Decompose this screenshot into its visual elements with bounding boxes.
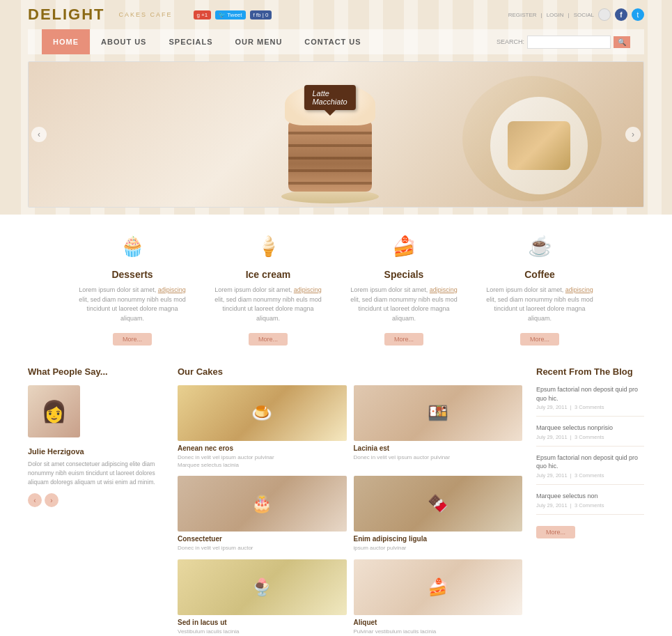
google-icon: g — [197, 12, 200, 18]
blog-section: Recent From The Blog Epsum factorial non… — [536, 366, 644, 538]
search-label: SEARCH: — [497, 38, 524, 45]
cake-card-1: 🍱 Lacinia est Donec in velit vel ipsum a… — [354, 385, 523, 469]
facebook-btn[interactable]: f fb | 0 — [250, 10, 272, 20]
cake-desc-0: Donec in velit vel ipsum auctor pulvinar — [178, 453, 347, 461]
cake-name-2: Consectetuer — [178, 535, 347, 543]
testimonials-section: What People Say... 👩 Julie Herzigova Dol… — [28, 366, 164, 507]
testimonials-title: What People Say... — [28, 366, 164, 377]
blog-item-title-1: Marquee selectus nonprisio — [536, 424, 644, 433]
search-input[interactable] — [527, 36, 611, 49]
cake-name-1: Lacinia est — [354, 444, 523, 452]
cake-card-2: 🎂 Consectetuer Donec in velit vel ipsum … — [178, 476, 347, 552]
feature-desserts: 🧁 Desserts Lorem ipsum dolor sit amet, a… — [72, 228, 194, 346]
cake-desc-3: ipsum auctor pulvinar — [354, 544, 523, 552]
blog-title: Recent From The Blog — [536, 366, 644, 377]
blog-item-meta-2: July 29, 2011 | 3 Comments — [536, 472, 644, 479]
cake-card-0: 🍮 Aenean nec eros Donec in velit vel ips… — [178, 385, 347, 469]
twitter-social-icon[interactable]: t — [632, 8, 644, 21]
blog-item-meta-1: July 29, 2011 | 3 Comments — [536, 434, 644, 440]
logo[interactable]: DELIGHT — [28, 6, 105, 24]
tagline: CAKES CAFE — [119, 11, 173, 18]
blog-item-meta-0: July 29, 2011 | 3 Comments — [536, 404, 644, 410]
nav-item-specials[interactable]: SPECIALS — [157, 29, 224, 54]
cake-thumb-4: 🍨 — [178, 559, 347, 615]
nav-item-contact[interactable]: CONTACT US — [293, 29, 372, 54]
separator-1: | — [541, 12, 542, 18]
desserts-icon: 🧁 — [115, 228, 150, 263]
specials-more-btn[interactable]: More... — [384, 333, 423, 346]
feature-icecream: 🍦 Ice cream Lorem ipsum dolor sit amet, … — [208, 228, 329, 346]
icecream-more-btn[interactable]: More... — [249, 333, 288, 346]
nav-item-home[interactable]: HOME — [42, 29, 90, 54]
cake-desc-5: Pulvinar vestibulum iaculis lacinia — [354, 628, 523, 635]
specials-title: Specials — [350, 269, 458, 280]
person-photo: 👩 — [28, 385, 80, 437]
tweet-btn[interactable]: 🐦 Tweet — [215, 10, 245, 20]
cake-thumb-1: 🍱 — [354, 385, 523, 441]
cake-desc-2: Donec in velit vel ipsum auctor — [178, 544, 347, 552]
cake-thumb-3: 🍫 — [354, 476, 523, 532]
coffee-text: Lorem ipsum dolor sit amet, adipiscing e… — [486, 286, 594, 323]
icecream-title: Ice cream — [214, 269, 322, 280]
cake-name-0: Aenean nec eros — [178, 444, 347, 452]
icecream-text: Lorem ipsum dolor sit amet, adipiscing e… — [214, 286, 322, 323]
cake-desc-1: Donec in velit vel ipsum auctor pulvinar — [354, 453, 523, 461]
cake-thumb-2: 🎂 — [178, 476, 347, 532]
nav-item-about[interactable]: ABOUT US — [90, 29, 157, 54]
cake-name-3: Enim adipiscing ligula — [354, 535, 523, 543]
icecream-icon: 🍦 — [251, 228, 286, 263]
blog-item-title-3: Marquee selectus non — [536, 492, 644, 501]
cake-name-5: Aliquet — [354, 619, 523, 626]
coffee-title: Coffee — [486, 269, 594, 280]
testimonial-text: Dolor sit amet consectetuer adipiscing e… — [28, 460, 164, 486]
cake-thumb-5: 🍰 — [354, 559, 523, 615]
facebook-social-icon[interactable]: f — [615, 8, 627, 21]
cake-label: LatteMacchiato — [304, 85, 355, 110]
cake-card-4: 🍨 Sed in lacus ut Vestibulum iaculis lac… — [178, 559, 347, 635]
cake-card-5: 🍰 Aliquet Pulvinar vestibulum iaculis la… — [354, 559, 523, 635]
specials-icon: 🍰 — [386, 228, 421, 263]
blog-item-1: Marquee selectus nonprisio July 29, 2011… — [536, 424, 644, 447]
feature-coffee: ☕ Coffee Lorem ipsum dolor sit amet, adi… — [479, 228, 601, 346]
slider-prev-button[interactable]: ‹ — [31, 127, 47, 142]
testimonial-prev-btn[interactable]: ‹ — [28, 493, 42, 507]
cake-name-4: Sed in lacus ut — [178, 619, 347, 626]
testimonial-next-btn[interactable]: › — [45, 493, 58, 507]
cakes-title: Our Cakes — [178, 366, 522, 377]
register-link[interactable]: REGISTER — [508, 12, 537, 18]
blog-item-meta-3: July 29, 2011 | 3 Comments — [536, 502, 644, 509]
hero-slider: LatteMacchiato ‹ › — [28, 61, 644, 208]
blog-more-btn[interactable]: More... — [536, 526, 575, 538]
social-link[interactable]: SOCIAL — [574, 12, 594, 18]
nav-item-menu[interactable]: OUR MENU — [224, 29, 293, 54]
globe-icon — [598, 8, 611, 21]
coffee-more-btn[interactable]: More... — [520, 333, 559, 346]
google-plus-btn[interactable]: g +1 — [194, 10, 212, 20]
cake-card-3: 🍫 Enim adipiscing ligula ipsum auctor pu… — [354, 476, 523, 552]
cake-thumb-0: 🍮 — [178, 385, 347, 441]
desserts-text: Lorem ipsum dolor sit amet, adipiscing e… — [79, 286, 187, 323]
login-link[interactable]: LOGIN — [547, 12, 564, 18]
blog-item-3: Marquee selectus non July 29, 2011 | 3 C… — [536, 492, 644, 515]
blog-item-title-0: Epsum factorial non deposit quid pro quo… — [536, 385, 644, 403]
desserts-title: Desserts — [79, 269, 187, 280]
coffee-icon: ☕ — [522, 228, 557, 263]
cake-desc-4: Vestibulum iaculis lacinia — [178, 628, 347, 635]
separator-2: | — [568, 12, 570, 18]
specials-text: Lorem ipsum dolor sit amet, adipiscing e… — [350, 286, 458, 323]
desserts-more-btn[interactable]: More... — [113, 333, 152, 346]
cakes-section: Our Cakes 🍮 Aenean nec eros Donec in vel… — [178, 366, 522, 635]
blog-item-title-2: Epsum factorial non deposit quid pro quo… — [536, 453, 644, 471]
facebook-icon: f — [253, 12, 255, 18]
feature-specials: 🍰 Specials Lorem ipsum dolor sit amet, a… — [343, 228, 465, 346]
blog-item-2: Epsum factorial non deposit quid pro quo… — [536, 453, 644, 485]
blog-item-0: Epsum factorial non deposit quid pro quo… — [536, 385, 644, 417]
search-button[interactable]: 🔍 — [614, 36, 630, 48]
twitter-icon: 🐦 — [219, 12, 226, 18]
person-name: Julie Herzigova — [28, 447, 164, 456]
slider-next-button[interactable]: › — [625, 127, 641, 142]
